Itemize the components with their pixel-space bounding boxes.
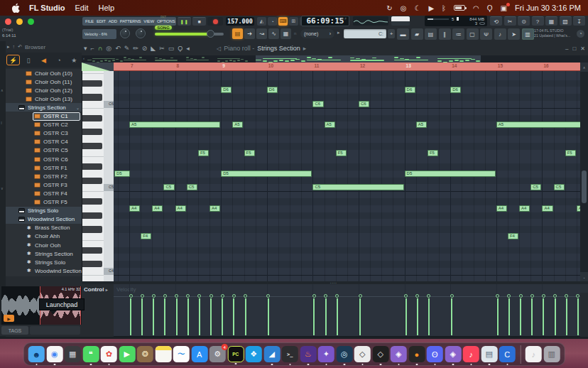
note-f4-bar15[interactable]: F4 bbox=[508, 233, 518, 239]
portamento-button[interactable]: ∿ bbox=[268, 28, 279, 39]
pat-mode-label[interactable]: PAT bbox=[151, 16, 175, 19]
black-key[interactable] bbox=[82, 212, 102, 219]
scroll-up-button[interactable]: ∧ bbox=[580, 63, 588, 72]
note-d5-bar13[interactable]: D5 bbox=[405, 171, 496, 177]
vertical-scroll-thumb[interactable] bbox=[582, 171, 587, 203]
slider-thumb[interactable] bbox=[207, 30, 214, 38]
save-button[interactable]: ▦ bbox=[545, 16, 557, 26]
black-key[interactable] bbox=[82, 261, 102, 267]
time-display[interactable]: 66:09:15 B:S:T bbox=[301, 16, 349, 26]
close-button[interactable]: ✕ bbox=[580, 45, 585, 52]
arrow-tool-button[interactable]: ➔ bbox=[244, 28, 255, 39]
velocity-handle[interactable] bbox=[415, 294, 419, 298]
dock-apple-music[interactable]: ♪ bbox=[463, 346, 479, 362]
project-info-button[interactable]: ▢ bbox=[467, 28, 479, 40]
browser-item-ostr-f4[interactable]: OSTR F4 bbox=[6, 189, 82, 197]
record-button[interactable] bbox=[213, 19, 218, 24]
browser-item-ostr-f3[interactable]: OSTR F3 bbox=[6, 180, 82, 189]
note-a5-bar11[interactable]: A5 bbox=[325, 121, 335, 128]
velocity-handle[interactable] bbox=[553, 294, 557, 298]
knob-2[interactable] bbox=[136, 28, 146, 38]
velocity-stem[interactable] bbox=[497, 298, 499, 335]
record-audio-button[interactable]: ⊙ bbox=[518, 16, 530, 26]
note-a4-bar15[interactable]: A4 bbox=[496, 205, 507, 212]
browser-item-woodwind-section[interactable]: Woodwind Section bbox=[6, 215, 82, 224]
plugins-tab[interactable]: ⚡ bbox=[6, 55, 20, 65]
velocity-handle[interactable] bbox=[312, 294, 316, 298]
magnet-icon[interactable]: ∩ bbox=[98, 45, 102, 52]
up-level-icon[interactable]: ↑ bbox=[13, 44, 16, 50]
velocity-handle[interactable] bbox=[530, 294, 534, 298]
velocity-lane[interactable]: Velocity bbox=[114, 284, 580, 337]
playlist-button[interactable]: ▬ bbox=[397, 28, 409, 40]
mixer-button[interactable]: ∥ bbox=[439, 28, 451, 40]
dock-app-store[interactable]: A bbox=[191, 346, 207, 362]
note-d5-bar9[interactable]: D5 bbox=[221, 171, 312, 177]
black-key[interactable] bbox=[82, 129, 102, 135]
velocity-handle[interactable] bbox=[519, 294, 523, 298]
note-c5-bar15[interactable]: C5 bbox=[530, 184, 541, 190]
knob-1[interactable] bbox=[120, 28, 130, 38]
panel-arrow-icon[interactable]: ▸ bbox=[7, 44, 10, 50]
timeline-ruler[interactable]: 78910111213141516 bbox=[114, 63, 580, 71]
velocity-handle[interactable] bbox=[129, 294, 133, 298]
dock-blue-panes-app[interactable]: ❖ bbox=[246, 346, 262, 362]
target-icon[interactable]: ◎ bbox=[106, 45, 111, 52]
fl-menu-file[interactable]: FILE bbox=[85, 19, 94, 23]
note-f5-bar11[interactable]: F5 bbox=[336, 150, 347, 156]
velocity-stem[interactable] bbox=[359, 298, 361, 335]
velocity-handle[interactable] bbox=[175, 294, 178, 298]
fl-menu-edit[interactable]: EDIT bbox=[97, 19, 106, 23]
velocity-stem[interactable] bbox=[222, 298, 223, 335]
menubar-app-name[interactable]: FL Studio bbox=[29, 4, 65, 12]
dock-games-app[interactable]: ❂ bbox=[137, 346, 153, 362]
black-key[interactable] bbox=[82, 143, 102, 149]
dock-photos[interactable]: ✿ bbox=[101, 346, 117, 362]
restore-button[interactable]: □ bbox=[572, 45, 576, 52]
note-a5-bar9[interactable]: A5 bbox=[232, 121, 243, 128]
velocity-stem[interactable] bbox=[543, 298, 544, 335]
browser-item-ostr-c2[interactable]: OSTR C2 bbox=[6, 121, 82, 129]
note-c6-bar11[interactable]: C6 bbox=[312, 101, 323, 107]
velocity-stem[interactable] bbox=[405, 298, 407, 335]
browser-item-ostr-c6[interactable]: OSTR C6 bbox=[6, 155, 82, 163]
browser-item-brass-section[interactable]: ✱Brass Section bbox=[6, 224, 82, 232]
quick-find-input[interactable]: C: bbox=[344, 29, 386, 38]
dock-terminal[interactable]: >_ bbox=[282, 346, 298, 362]
dock-headphones-music-app[interactable]: ♨ bbox=[300, 346, 316, 362]
sounds-tab[interactable]: ◀ bbox=[37, 55, 50, 65]
mute-tool-icon[interactable]: ◣ bbox=[151, 45, 156, 52]
slice-tool-icon[interactable]: ✂ bbox=[159, 45, 165, 52]
multilink-button[interactable]: ⊞ bbox=[289, 17, 298, 26]
note-d6-bar9[interactable]: D6 bbox=[221, 87, 232, 93]
tap-tempo-button[interactable]: ♪ bbox=[494, 28, 506, 40]
velocity-stem[interactable] bbox=[555, 298, 556, 335]
browser-item-ostr-f5[interactable]: OSTR F5 bbox=[6, 198, 82, 207]
dock-chrome[interactable]: ◉ bbox=[46, 346, 62, 362]
dock-unity-hub-light[interactable]: ◇ bbox=[354, 346, 371, 362]
scroll-down-button[interactable]: ⌄ bbox=[580, 272, 588, 281]
note-a4-bar7[interactable]: A4 bbox=[129, 205, 140, 212]
undo-icon[interactable]: ↶ bbox=[115, 45, 121, 52]
dock-facetime[interactable]: ▶ bbox=[119, 346, 135, 362]
news-globe-icon[interactable]: ◔ bbox=[577, 30, 584, 38]
metronome-button[interactable]: ◭ bbox=[257, 17, 266, 26]
undo-history-button[interactable]: ⟲ bbox=[490, 16, 502, 26]
velocity-stem[interactable] bbox=[153, 298, 154, 335]
note-f4-bar7[interactable]: F4 bbox=[141, 233, 151, 239]
velocity-handle[interactable] bbox=[197, 294, 201, 298]
velocity-stem[interactable] bbox=[187, 298, 189, 335]
velocity-handle[interactable] bbox=[209, 294, 213, 298]
velocity-handle[interactable] bbox=[221, 294, 224, 298]
velocity-handle[interactable] bbox=[359, 294, 362, 298]
velocity-stem[interactable] bbox=[164, 298, 165, 335]
note-a4-bar8[interactable]: A4 bbox=[175, 205, 186, 212]
dock-music-file[interactable]: ♪ bbox=[526, 346, 542, 362]
note-c5-bar8[interactable]: C5 bbox=[187, 184, 197, 190]
dock-steam[interactable]: ◎ bbox=[336, 346, 352, 362]
velocity-stem[interactable] bbox=[508, 298, 510, 335]
fl-menu-patterns[interactable]: PATTERNS bbox=[120, 19, 141, 23]
touch-controller-button[interactable]: ➤ bbox=[508, 28, 520, 40]
velocity-handle[interactable] bbox=[232, 294, 236, 298]
note-c5-bar7[interactable]: C5 bbox=[163, 184, 174, 190]
